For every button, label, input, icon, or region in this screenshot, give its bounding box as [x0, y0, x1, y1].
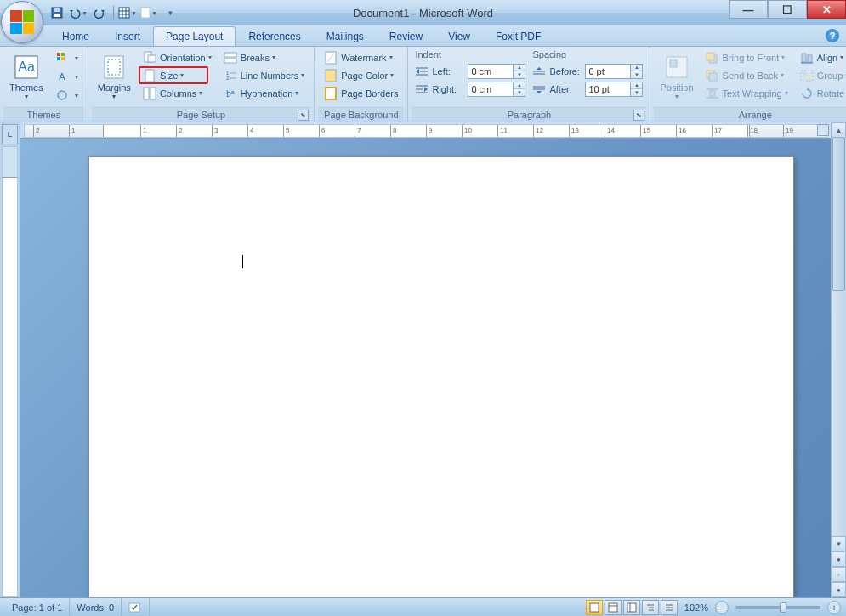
text-cursor: [242, 255, 243, 268]
size-button[interactable]: Size▾: [139, 66, 208, 84]
view-full-screen[interactable]: [605, 600, 622, 615]
indent-right-row: Right: ▲▼: [413, 80, 527, 98]
theme-colors-button[interactable]: ▾: [51, 49, 82, 67]
scroll-thumb[interactable]: [832, 138, 845, 291]
bring-front-button[interactable]: Bring to Front▾: [701, 48, 792, 66]
close-button[interactable]: ✕: [807, 0, 846, 19]
hruler-scale[interactable]: 2112345678910111213141516171819: [24, 124, 827, 138]
indent-right-icon: [415, 82, 429, 96]
save-button[interactable]: [48, 3, 66, 22]
ribbon: Aa Themes▾ ▾ A▾ ▾ Themes Margins▾ Orient…: [0, 46, 846, 122]
spacing-after-input[interactable]: [585, 82, 631, 97]
view-web-layout[interactable]: [623, 600, 640, 615]
align-button[interactable]: Align▾: [796, 48, 846, 66]
scroll-down-button[interactable]: ▼: [832, 536, 846, 551]
paragraph-launcher[interactable]: ⬊: [633, 110, 644, 121]
tab-view[interactable]: View: [435, 26, 483, 46]
help-icon[interactable]: ?: [826, 29, 839, 42]
svg-rect-51: [710, 91, 715, 96]
svg-rect-33: [326, 70, 336, 82]
orientation-icon: [143, 51, 156, 65]
status-page[interactable]: Page: 1 of 1: [5, 598, 70, 616]
tab-mailings[interactable]: Mailings: [314, 26, 377, 46]
svg-rect-50: [709, 73, 717, 81]
scroll-up-button[interactable]: ▲: [832, 122, 846, 138]
tab-insert[interactable]: Insert: [102, 26, 153, 46]
view-draft[interactable]: [661, 600, 678, 615]
page-setup-launcher[interactable]: ⬊: [298, 110, 309, 121]
margins-button[interactable]: Margins▾: [92, 48, 137, 105]
indent-right-input[interactable]: [468, 82, 514, 97]
browse-object-button[interactable]: ◦: [832, 567, 846, 582]
svg-rect-1: [54, 14, 60, 17]
redo-button[interactable]: [90, 3, 109, 22]
status-proof-icon[interactable]: [122, 598, 150, 616]
indent-right-spinner[interactable]: ▲▼: [514, 82, 525, 97]
maximize-button[interactable]: ☐: [768, 0, 807, 19]
zoom-in-button[interactable]: +: [827, 601, 841, 614]
size-icon: [143, 69, 156, 82]
tab-page-layout[interactable]: Page Layout: [153, 26, 236, 46]
qat-customize-button[interactable]: ▼: [161, 3, 179, 22]
spacing-after-row: After: ▲▼: [531, 80, 644, 98]
page-color-button[interactable]: Page Color▾: [320, 66, 402, 84]
office-logo-icon: [10, 10, 34, 34]
breaks-button[interactable]: Breaks▾: [219, 48, 309, 66]
qat-page-button[interactable]: ▼: [139, 3, 158, 22]
group-button-arrange[interactable]: Group▾: [796, 66, 846, 84]
spacing-before-input[interactable]: [585, 64, 631, 79]
text-wrap-button[interactable]: Text Wrapping▾: [701, 84, 792, 102]
svg-rect-12: [61, 53, 65, 56]
bring-front-icon: [706, 51, 719, 65]
tab-references[interactable]: References: [236, 26, 313, 46]
group-page-background: Watermark▾ Page Color▾ Page Borders Page…: [315, 47, 408, 122]
qat-table-button[interactable]: ▼: [118, 3, 137, 22]
document-canvas[interactable]: [20, 139, 831, 597]
svg-text:A: A: [59, 71, 65, 82]
undo-button[interactable]: ▼: [69, 3, 88, 22]
margins-label: Margins: [98, 82, 131, 93]
prev-page-button[interactable]: ●: [832, 551, 846, 567]
zoom-thumb[interactable]: [780, 602, 786, 613]
send-back-button[interactable]: Send to Back▾: [701, 66, 792, 84]
document-area: 2112345678910111213141516171819: [20, 122, 831, 597]
svg-rect-25: [224, 59, 236, 63]
svg-rect-14: [61, 57, 65, 60]
position-button[interactable]: Position▾: [654, 48, 699, 105]
spacing-after-spinner[interactable]: ▲▼: [631, 82, 643, 97]
view-print-layout[interactable]: [586, 600, 603, 615]
next-page-button[interactable]: ●: [832, 582, 846, 597]
minimize-button[interactable]: —: [729, 0, 768, 19]
page[interactable]: [88, 156, 794, 597]
scroll-track[interactable]: [832, 138, 846, 536]
tab-selector[interactable]: L: [2, 124, 18, 144]
hyphenation-button[interactable]: bªHyphenation▾: [219, 84, 309, 102]
office-button[interactable]: [1, 1, 43, 43]
columns-button[interactable]: Columns▾: [139, 84, 216, 102]
zoom-level[interactable]: 102%: [684, 602, 708, 613]
vertical-scrollbar[interactable]: ▲ ▼ ● ◦ ●: [831, 122, 846, 597]
view-outline[interactable]: [642, 600, 659, 615]
zoom-slider[interactable]: [735, 606, 820, 609]
status-words[interactable]: Words: 0: [70, 598, 122, 616]
indent-left-spinner[interactable]: ▲▼: [514, 64, 525, 79]
tab-review[interactable]: Review: [377, 26, 435, 46]
zoom-out-button[interactable]: −: [715, 601, 729, 614]
theme-fonts-button[interactable]: A▾: [51, 68, 82, 86]
orientation-button[interactable]: Orientation▾: [139, 48, 216, 66]
watermark-button[interactable]: Watermark▾: [320, 48, 402, 66]
rotate-button[interactable]: Rotate▾: [796, 84, 846, 102]
svg-rect-34: [326, 88, 336, 99]
ruler-toggle-icon[interactable]: [817, 124, 829, 136]
theme-effects-button[interactable]: ▾: [51, 87, 82, 105]
line-numbers-button[interactable]: 12Line Numbers▾: [219, 66, 309, 84]
indent-left-input[interactable]: [468, 64, 514, 79]
page-color-icon: [324, 69, 338, 82]
tab-foxit[interactable]: Foxit PDF: [483, 26, 554, 46]
svg-rect-58: [803, 72, 807, 76]
tab-home[interactable]: Home: [49, 26, 102, 46]
page-setup-group-label: Page Setup⬊: [92, 107, 310, 122]
themes-button[interactable]: Aa Themes▾: [3, 48, 49, 105]
spacing-before-spinner[interactable]: ▲▼: [631, 64, 643, 79]
page-borders-button[interactable]: Page Borders: [320, 84, 402, 102]
